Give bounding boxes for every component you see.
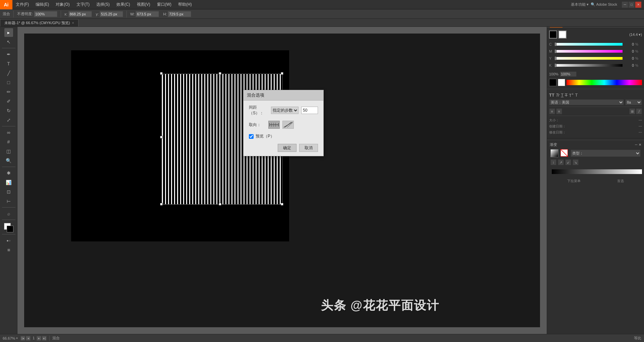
search-label[interactable]: 🔍 Adobe Stock (591, 2, 617, 7)
tt-superscript-icon[interactable]: T+ (569, 92, 574, 98)
tool-direct-select[interactable]: ↖ (4, 38, 13, 46)
c-slider[interactable] (554, 43, 623, 46)
tool-mode[interactable]: ●○ (4, 236, 13, 245)
y-group: y: (95, 11, 125, 17)
opacity-percent-input[interactable] (560, 71, 577, 77)
tool-blend[interactable]: ∞ (4, 128, 13, 137)
grad-orient-2[interactable]: ↗ (558, 159, 564, 165)
tool-screen-mode[interactable]: ⊠ (4, 245, 13, 254)
x-input[interactable] (68, 11, 92, 17)
tt-underline-icon[interactable]: T (561, 93, 564, 98)
grad-orient-1[interactable]: ↕ (550, 159, 556, 165)
status-bar: 66.67% ▾ |◂ ◂ 1 ▸ ▸| 混合 等比 (0, 334, 644, 342)
h-input[interactable] (168, 11, 191, 17)
y-input[interactable] (100, 11, 123, 17)
stroke-swatch[interactable] (7, 226, 13, 232)
menu-effect[interactable]: 效果(C) (113, 0, 133, 9)
tt-subscript-icon[interactable]: T (575, 93, 578, 98)
white-swatch[interactable] (558, 79, 565, 86)
tt-strikethrough-icon[interactable]: T̶ (565, 93, 568, 98)
spacing-select[interactable]: 指定的步数 (271, 107, 299, 114)
tt-italic-icon[interactable]: Tr (556, 93, 559, 98)
menu-file[interactable]: 文件(F) (12, 0, 32, 9)
tool-gradient[interactable]: ◫ (4, 147, 13, 156)
gradient-bar[interactable] (552, 169, 642, 174)
tool-slice[interactable]: ⊢ (4, 197, 13, 206)
canvas-area[interactable]: 头条 @花花平面设计 (17, 27, 547, 334)
black-swatch[interactable] (549, 79, 556, 86)
expand-icon[interactable]: ⊞ (629, 108, 635, 114)
opacity-input[interactable] (34, 11, 57, 17)
menu-view[interactable]: 视图(V) (133, 0, 154, 9)
tool-type[interactable]: T (4, 59, 13, 68)
tool-pen[interactable]: ✒ (4, 50, 13, 59)
color-spectrum-bar[interactable] (567, 80, 642, 85)
direction-horizontal-button[interactable] (268, 121, 280, 129)
tool-bar-graph[interactable]: 📊 (4, 178, 13, 187)
first-page-btn[interactable]: |◂ (20, 336, 25, 341)
close-button[interactable]: ✕ (635, 2, 641, 8)
gradient-type-select[interactable]: 类型： 线性 径向 (571, 150, 641, 157)
opacity-group: 不透明度: (16, 11, 59, 17)
tool-pencil[interactable]: ✐ (4, 97, 13, 106)
font-size-select[interactable]: 8a (625, 99, 642, 105)
tt-bold-icon[interactable]: TT (549, 93, 554, 98)
grad-orient-4[interactable]: ↘ (573, 159, 579, 165)
align-left-icon[interactable]: ≡ (549, 108, 555, 114)
tool-rect[interactable]: □ (4, 78, 13, 87)
sel-handle-tr[interactable] (281, 72, 283, 75)
menu-window[interactable]: 窗口(W) (154, 0, 175, 9)
sel-handle-tl[interactable] (160, 72, 163, 75)
tool-zoom[interactable]: ⌕ (4, 209, 13, 218)
ok-button[interactable]: 确定 (278, 144, 297, 152)
zoom-chevron: ▾ (16, 336, 18, 340)
tool-mesh[interactable]: # (4, 137, 13, 146)
grad-orient-3[interactable]: ↙ (565, 159, 571, 165)
sel-handle-bl[interactable] (160, 203, 163, 206)
last-page-btn[interactable]: ▸| (42, 336, 47, 341)
menu-object[interactable]: 对象(O) (52, 0, 73, 9)
tool-brush[interactable]: ✏ (4, 88, 13, 96)
function-icon[interactable]: 𝑓 (636, 108, 642, 114)
tool-scale[interactable]: ⤢ (4, 116, 13, 124)
w-input[interactable] (136, 11, 159, 17)
stroke-color-swatch[interactable] (549, 31, 557, 39)
minimize-button[interactable]: ─ (622, 2, 628, 8)
align-center-icon[interactable]: ≡ (556, 108, 562, 114)
cancel-button[interactable]: 取消 (299, 144, 318, 152)
menu-type[interactable]: 文字(T) (73, 0, 93, 9)
sel-handle-tc[interactable] (219, 72, 221, 75)
document-tab[interactable]: 未标题-1* @ 66.67% (CMYK/GPU 预览) × (0, 19, 78, 26)
size-label: 大小： (549, 118, 559, 123)
divider (547, 89, 644, 89)
font-language-select[interactable]: 英语：美国 (549, 99, 624, 105)
gradient-panel-close[interactable]: ✕ (639, 143, 641, 147)
gradient-panel-collapse[interactable]: ─ (635, 143, 637, 147)
sel-handle-br[interactable] (281, 203, 283, 206)
no-gradient-swatch[interactable] (560, 149, 569, 157)
y-slider[interactable] (554, 57, 623, 60)
divider2 (549, 107, 642, 107)
tool-rotate[interactable]: ↻ (4, 106, 13, 115)
menu-edit[interactable]: 编辑(E) (32, 0, 52, 9)
preview-checkbox[interactable] (249, 134, 254, 139)
k-slider[interactable] (554, 64, 623, 67)
maximize-button[interactable]: □ (629, 2, 635, 8)
m-slider[interactable] (554, 50, 623, 53)
next-page-btn[interactable]: ▸ (37, 336, 41, 341)
tool-line[interactable]: ╱ (4, 69, 13, 77)
prev-page-btn[interactable]: ◂ (26, 336, 31, 341)
tool-select[interactable]: ▸ (4, 28, 13, 37)
direction-diagonal-button[interactable] (282, 121, 294, 129)
sel-handle-ml[interactable] (160, 136, 163, 138)
menu-select[interactable]: 选择(S) (93, 0, 113, 9)
tool-artboard[interactable]: ⊡ (4, 187, 13, 196)
menu-help[interactable]: 帮助(H) (175, 0, 195, 9)
sel-handle-bc[interactable] (219, 203, 221, 206)
tab-close-button[interactable]: × (72, 21, 74, 25)
tool-symbol[interactable]: ✱ (4, 169, 13, 177)
spacing-value-input[interactable]: 50 (301, 107, 318, 114)
gradient-swatch[interactable] (550, 149, 558, 157)
tool-eyedropper[interactable]: 🔍 (4, 156, 13, 165)
fill-color-swatch[interactable] (558, 31, 567, 39)
